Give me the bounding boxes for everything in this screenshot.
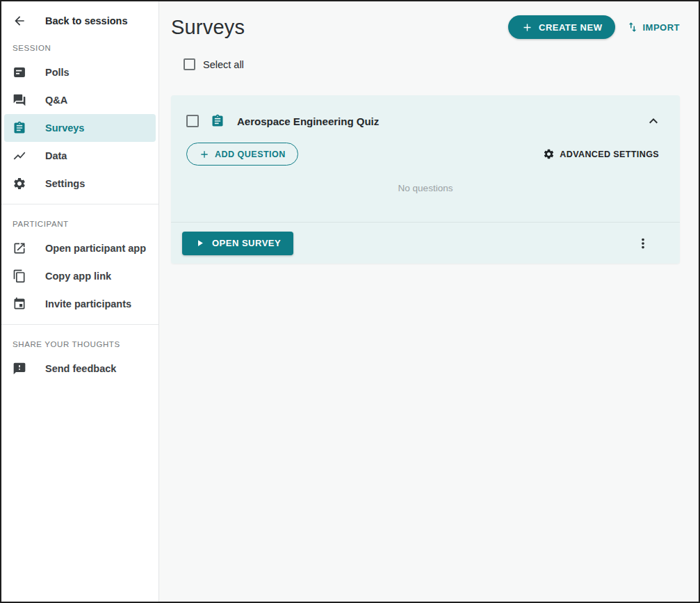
sidebar-item-data[interactable]: Data [1, 142, 158, 170]
create-new-label: CREATE NEW [539, 22, 602, 33]
section-label-participant: PARTICIPANT [1, 211, 158, 234]
sidebar-item-label: Polls [45, 67, 70, 78]
sidebar: Back to sessions SESSION Polls Q&A Surve… [1, 1, 159, 602]
survey-card: Aerospace Engineering Quiz ADD QUESTION [171, 95, 680, 264]
plus-icon [521, 22, 533, 33]
survey-card-header: Aerospace Engineering Quiz [171, 95, 680, 133]
select-all-checkbox[interactable] [184, 58, 195, 70]
sidebar-item-label: Copy app link [45, 271, 111, 282]
advanced-settings-button[interactable]: ADVANCED SETTINGS [543, 148, 659, 160]
add-question-button[interactable]: ADD QUESTION [186, 143, 298, 166]
survey-checkbox[interactable] [186, 115, 199, 127]
sidebar-item-label: Surveys [45, 122, 84, 134]
sidebar-item-label: Invite participants [45, 298, 131, 309]
play-icon [195, 238, 205, 248]
sidebar-item-settings[interactable]: Settings [1, 170, 158, 198]
sidebar-item-label: Send feedback [45, 363, 116, 374]
section-label-share-thoughts: SHARE YOUR THOUGHTS [1, 331, 158, 355]
settings-gear-icon [13, 177, 26, 191]
plus-icon [199, 149, 210, 160]
sidebar-item-invite-participants[interactable]: Invite participants [1, 290, 158, 318]
survey-card-body: Aerospace Engineering Quiz ADD QUESTION [171, 95, 680, 222]
sidebar-item-label: Open participant app [45, 243, 146, 254]
advanced-settings-label: ADVANCED SETTINGS [560, 150, 659, 159]
select-all-row: Select all [184, 58, 680, 70]
app-window: Back to sessions SESSION Polls Q&A Surve… [0, 0, 700, 603]
sidebar-item-polls[interactable]: Polls [1, 58, 158, 86]
polls-icon [13, 65, 26, 79]
main-header: Surveys CREATE NEW IMPORT [171, 15, 680, 39]
header-actions: CREATE NEW IMPORT [508, 15, 680, 39]
sidebar-item-label: Settings [45, 178, 85, 189]
add-question-label: ADD QUESTION [215, 150, 286, 159]
back-arrow-icon [13, 14, 26, 28]
copy-icon [13, 269, 26, 283]
survey-more-options-button[interactable] [635, 236, 651, 251]
sidebar-item-copy-app-link[interactable]: Copy app link [1, 262, 158, 290]
sidebar-item-label: Q&A [45, 95, 67, 106]
qa-chat-icon [13, 93, 26, 107]
sidebar-item-open-participant-app[interactable]: Open participant app [1, 234, 158, 262]
sidebar-divider [1, 204, 158, 204]
import-label: IMPORT [642, 22, 680, 33]
sidebar-item-surveys[interactable]: Surveys [4, 114, 156, 142]
import-button[interactable]: IMPORT [626, 21, 680, 33]
gear-icon [543, 148, 555, 160]
chevron-up-icon [645, 113, 662, 129]
main-content: Surveys CREATE NEW IMPORT Select all [159, 1, 699, 602]
sidebar-item-qa[interactable]: Q&A [1, 86, 158, 114]
kebab-menu-icon [635, 236, 651, 251]
page-title: Surveys [171, 16, 245, 39]
sidebar-divider [1, 324, 158, 325]
survey-title: Aerospace Engineering Quiz [237, 115, 379, 127]
calendar-icon [13, 297, 26, 311]
surveys-clipboard-icon [13, 121, 26, 135]
open-external-icon [13, 241, 26, 255]
empty-state-text: No questions [171, 166, 680, 222]
feedback-icon [13, 362, 26, 376]
back-to-sessions-button[interactable]: Back to sessions [1, 7, 158, 35]
survey-clipboard-icon [211, 114, 225, 128]
section-label-session: SESSION [1, 35, 158, 58]
survey-card-footer: OPEN SURVEY [171, 223, 680, 264]
back-to-sessions-label: Back to sessions [45, 15, 127, 26]
sidebar-item-label: Data [45, 150, 67, 161]
import-export-icon [626, 21, 639, 33]
sidebar-item-send-feedback[interactable]: Send feedback [1, 355, 158, 383]
open-survey-button[interactable]: OPEN SURVEY [182, 232, 293, 255]
collapse-survey-button[interactable] [645, 113, 662, 129]
survey-card-actions: ADD QUESTION ADVANCED SETTINGS [171, 133, 680, 166]
create-new-button[interactable]: CREATE NEW [508, 15, 615, 39]
open-survey-label: OPEN SURVEY [212, 238, 281, 248]
data-chart-icon [13, 149, 26, 163]
select-all-label: Select all [203, 59, 244, 70]
